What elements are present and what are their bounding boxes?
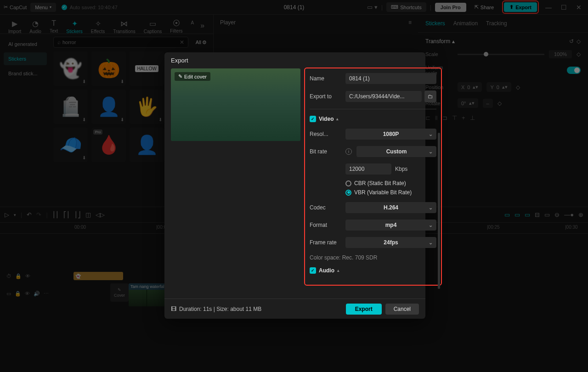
vbr-radio[interactable] [345,190,351,196]
name-input[interactable] [345,73,436,84]
codec-label: Codec [310,204,341,211]
framerate-label: Frame rate [310,239,341,246]
kbps-unit: Kbps [395,166,407,172]
framerate-select[interactable]: 24fps [345,237,436,248]
bitrate-label: Bit rate [310,148,341,155]
export-preview: ✎ Edit cover [171,68,300,141]
film-icon: 🎞 [171,306,176,312]
export-info: 🎞 Duration: 11s | Size: about 11 MB [171,306,261,312]
scrollbar[interactable] [438,133,440,289]
cbr-label: CBR (Static Bit Rate) [354,180,406,186]
format-label: Format [310,222,341,228]
codec-select[interactable]: H.264 [345,202,436,213]
audio-checkbox[interactable]: ✓ [310,267,316,274]
export-dialog: Export ✎ Edit cover Name [164,52,425,319]
resolution-select[interactable]: 1080P [345,129,436,140]
export-settings-highlight: Name Export to 🗀 ✓ Video ▴ R [304,68,442,286]
format-select[interactable]: mp4 [345,220,436,231]
exportto-input[interactable] [345,91,422,102]
dialog-title: Export [164,52,425,68]
info-icon[interactable]: i [345,148,352,155]
edit-cover-button[interactable]: ✎ Edit cover [175,72,210,81]
resolution-label: Resol... [310,131,341,137]
export-confirm-button[interactable]: Export [346,304,382,315]
cancel-button[interactable]: Cancel [385,304,419,315]
video-checkbox[interactable]: ✓ [310,116,316,122]
video-section-header[interactable]: ✓ Video ▴ [310,116,436,122]
folder-browse-button[interactable]: 🗀 [424,90,436,102]
cbr-radio[interactable] [345,180,351,186]
vbr-label: VBR (Variable Bit Rate) [354,189,412,196]
audio-section-header[interactable]: ✓ Audio ▴ [310,267,436,274]
name-label: Name [310,75,341,82]
kbps-input[interactable] [345,163,391,175]
exportto-label: Export to [310,93,341,100]
colorspace-info: Color space: Rec. 709 SDR [310,254,436,261]
bitrate-select[interactable]: Custom [356,146,436,157]
